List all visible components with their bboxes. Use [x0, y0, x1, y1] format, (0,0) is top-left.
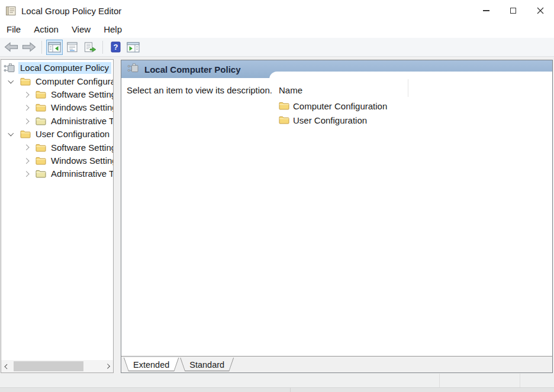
tree-item-local-computer-policy[interactable]: Local Computer Policy [1, 61, 113, 74]
chevron-right-icon[interactable] [20, 159, 36, 163]
toolbar-show-console-tree-button[interactable] [46, 40, 63, 55]
folder-icon [36, 157, 46, 165]
folder-icon [36, 103, 46, 112]
maximize-button[interactable] [500, 0, 527, 21]
tree-item-label: Administrative Templates [49, 168, 113, 180]
tree-item-administrative-templates[interactable]: Administrative Templates [1, 115, 113, 128]
tree-item-computer-configuration[interactable]: Computer Configuration [1, 74, 113, 88]
toolbar-forward-button[interactable] [21, 40, 37, 55]
tree-item-administrative-templates[interactable]: Administrative Templates [1, 167, 113, 180]
app-window: Local Group Policy Editor FileActionView… [0, 0, 554, 392]
scroll-left-button[interactable] [1, 360, 11, 372]
result-pane-title: Local Computer Policy [144, 64, 241, 74]
group-policy-icon [127, 63, 139, 76]
toolbar-help-button[interactable]: ? [107, 40, 124, 55]
arrow-right-icon [22, 42, 36, 52]
scrollbar-thumb[interactable] [14, 361, 83, 371]
folder-icon [36, 90, 46, 99]
scroll-right-button[interactable] [103, 360, 113, 372]
chevron-right-icon[interactable] [20, 119, 36, 124]
screen-background [0, 387, 554, 392]
menu-bar: FileActionViewHelp [0, 21, 554, 38]
help-book-icon: ? [111, 41, 121, 53]
tree-item-software-settings[interactable]: Software Settings [1, 141, 113, 154]
list-item-label: Computer Configuration [293, 101, 387, 111]
toolbar-separator [41, 41, 42, 54]
toolbar-separator [102, 41, 103, 54]
tree-item-label: Local Computer Policy [18, 62, 111, 74]
maximize-icon [510, 8, 516, 14]
close-icon [537, 7, 544, 14]
window-title: Local Group Policy Editor [21, 6, 121, 16]
list-item-user-configuration[interactable]: User Configuration [279, 113, 387, 127]
tab-label: Extended [133, 360, 169, 370]
status-bar-divider [520, 374, 520, 387]
scrollbar-track[interactable] [11, 360, 103, 372]
gpedit-scroll-icon [5, 6, 17, 16]
list-item-computer-configuration[interactable]: Computer Configuration [279, 99, 387, 113]
svg-text:?: ? [113, 43, 118, 51]
folder-admin-icon [36, 170, 46, 178]
tree-item-label: Windows Settings [49, 155, 113, 167]
window-tree-toggle-icon [48, 42, 61, 53]
chevron-right-icon[interactable] [20, 172, 36, 176]
title-bar: Local Group Policy Editor [0, 0, 554, 21]
chevron-right-icon [105, 364, 110, 369]
background-divider [290, 388, 291, 392]
folder-icon [279, 102, 289, 110]
chevron-right-icon[interactable] [20, 145, 36, 150]
horizontal-scrollbar[interactable] [1, 360, 113, 372]
tree-item-label: Software Settings [49, 89, 113, 101]
close-button[interactable] [527, 0, 554, 21]
tree-item-software-settings[interactable]: Software Settings [1, 88, 113, 101]
console-tree: Local Computer PolicyComputer Configurat… [1, 61, 113, 359]
tree-item-label: Windows Settings [49, 102, 113, 114]
menu-view[interactable]: View [66, 22, 96, 37]
view-tabs-bar: ExtendedStandard [121, 356, 552, 372]
status-bar [0, 374, 554, 387]
console-tree-panel: Local Computer PolicyComputer Configurat… [1, 59, 114, 373]
tree-item-label: Computer Configuration [34, 76, 113, 88]
folder-admin-icon [36, 117, 46, 125]
menu-action[interactable]: Action [28, 22, 65, 37]
tree-item-label: User Configuration [34, 128, 112, 140]
tree-item-user-configuration[interactable]: User Configuration [1, 128, 113, 141]
window-controls [472, 0, 554, 21]
list-item-label: User Configuration [293, 115, 367, 125]
toolbar-properties-button[interactable] [64, 40, 80, 55]
tab-label: Standard [189, 360, 224, 370]
tree-item-label: Software Settings [49, 142, 113, 154]
minimize-button[interactable] [472, 0, 500, 21]
chevron-down-icon[interactable] [5, 80, 20, 83]
status-bar-divider [439, 374, 440, 387]
arrow-left-icon [4, 42, 18, 52]
export-list-icon [84, 42, 96, 53]
content-area: Local Computer PolicyComputer Configurat… [0, 57, 554, 374]
description-text: Select an item to view its description. [127, 85, 272, 95]
menu-help[interactable]: Help [98, 22, 128, 37]
properties-icon [66, 42, 78, 53]
menu-file[interactable]: File [6, 22, 27, 37]
toolbar-show-action-pane-button[interactable] [125, 40, 141, 55]
chevron-down-icon[interactable] [5, 133, 20, 135]
folder-icon [279, 116, 289, 124]
minimize-icon [483, 10, 489, 11]
toolbar-export-list-button[interactable] [82, 40, 98, 55]
chevron-right-icon[interactable] [20, 106, 36, 110]
chevron-left-icon [5, 364, 9, 369]
tree-item-windows-settings[interactable]: Windows Settings [1, 154, 113, 167]
chevron-right-icon[interactable] [20, 93, 36, 97]
toolbar-back-button[interactable] [3, 40, 20, 55]
tree-item-windows-settings[interactable]: Windows Settings [1, 101, 113, 114]
column-header-name[interactable]: Name [279, 85, 302, 95]
group-policy-icon [4, 63, 15, 73]
tab-standard[interactable]: Standard [180, 358, 234, 371]
tree-item-label: Administrative Templates [49, 115, 113, 127]
toolbar: ? [0, 38, 554, 57]
folder-icon [20, 130, 31, 138]
items-list: Computer ConfigurationUser Configuration [279, 99, 387, 127]
tab-extended[interactable]: Extended [124, 358, 179, 371]
result-pane: Local Computer Policy Select an item to … [121, 60, 553, 373]
column-divider[interactable] [408, 79, 408, 97]
folder-icon [20, 77, 31, 86]
